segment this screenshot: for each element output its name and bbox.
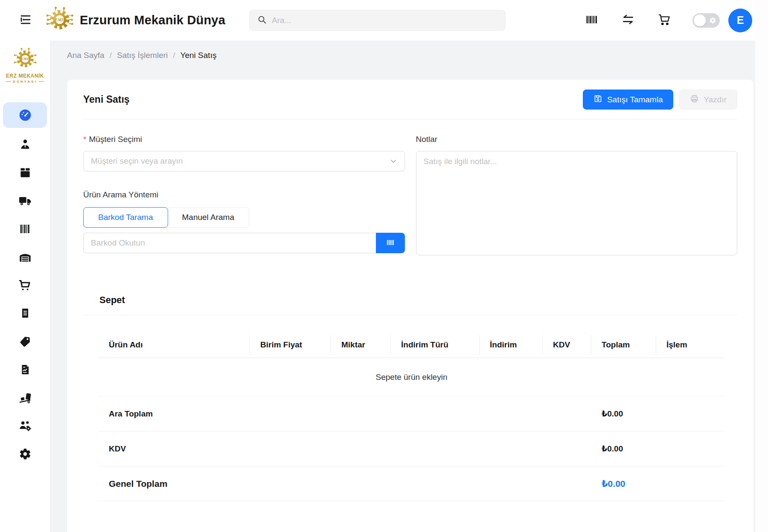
- cart-button[interactable]: [658, 13, 671, 28]
- sidebar-item-pricing[interactable]: [0, 327, 50, 356]
- breadcrumb-sales[interactable]: Satış İşlemleri: [117, 51, 168, 60]
- cart-icon: [18, 279, 32, 292]
- toggle-knob: [694, 14, 706, 26]
- vat-row: KDV ₺0.00: [99, 431, 724, 466]
- print-button[interactable]: Yazdır: [679, 90, 737, 110]
- sidebar-logo-text: ERZ MEKANİK: [6, 73, 44, 79]
- sidebar-item-dashboard[interactable]: [3, 102, 47, 128]
- global-search[interactable]: [249, 10, 506, 31]
- customer-label-text: Müşteri Seçimi: [89, 135, 142, 144]
- subtotal-value: ₺0.00: [591, 409, 656, 419]
- top-actions: E: [562, 9, 752, 32]
- breadcrumb-separator: /: [110, 51, 112, 60]
- notes-label-text: Notlar: [416, 135, 438, 144]
- col-header-quantity: Miktar: [331, 340, 391, 350]
- sidebar-logo: EMD ERZ MEKANİK DÜNYASI: [6, 47, 44, 84]
- barcode-scan-submit-button[interactable]: [376, 233, 405, 253]
- form-left-column: * Müşteri Seçimi Müşteri seçin veya aray…: [83, 135, 405, 257]
- complete-sale-label: Satışı Tamamla: [607, 95, 663, 104]
- search-input[interactable]: [272, 16, 497, 25]
- cart-section-title: Sepet: [83, 295, 737, 306]
- col-header-discount: İndirim: [480, 340, 543, 350]
- sidebar-item-shipments[interactable]: [0, 384, 50, 412]
- sidebar-item-invoices[interactable]: [0, 299, 50, 327]
- sidebar-item-warehouse[interactable]: [0, 243, 50, 271]
- cart-icon: [658, 13, 671, 28]
- menu-fold-icon: [19, 13, 32, 27]
- print-label: Yazdır: [704, 95, 727, 104]
- customer-field-label: * Müşteri Seçimi: [83, 135, 405, 144]
- complete-sale-button[interactable]: Satışı Tamamla: [583, 90, 674, 110]
- user-avatar[interactable]: E: [728, 9, 752, 32]
- breadcrumb-home[interactable]: Ana Sayfa: [67, 51, 105, 60]
- swap-transactions-button[interactable]: [621, 13, 635, 28]
- tab-barcode-scan[interactable]: Barkod Tarama: [83, 207, 168, 228]
- sidebar-item-user-management[interactable]: [0, 412, 50, 440]
- products-box-icon: [19, 166, 32, 179]
- sale-form: * Müşteri Seçimi Müşteri seçin veya aray…: [83, 135, 737, 257]
- sidebar-item-suppliers[interactable]: [0, 187, 50, 215]
- col-header-vat: KDV: [543, 340, 591, 350]
- grand-total-row: Genel Toplam ₺0.00: [99, 466, 724, 501]
- app-window: EMD Erzurum Mekanik Dünya: [0, 0, 768, 532]
- search-icon: [257, 15, 267, 26]
- sidebar-logo-subtext: DÜNYASI: [6, 80, 44, 84]
- svg-text:EMD: EMD: [55, 17, 64, 22]
- col-header-discount-type: İndirim Türü: [391, 340, 480, 350]
- cart-empty-state: Sepete ürün ekleyin: [99, 358, 724, 396]
- grand-total-label: Genel Toplam: [99, 479, 250, 489]
- page-title: Yeni Satış: [83, 94, 130, 105]
- sidebar: EMD ERZ MEKANİK DÜNYASI: [0, 40, 50, 532]
- top-bar: EMD Erzurum Mekanik Dünya: [0, 0, 768, 40]
- sidebar-item-reports[interactable]: [0, 356, 50, 384]
- col-header-total: Toplam: [591, 340, 656, 350]
- sidebar-item-sales[interactable]: [0, 271, 50, 299]
- brand-title: Erzurum Mekanik Dünya: [80, 13, 225, 27]
- scrollbar[interactable]: [755, 0, 768, 532]
- notes-textarea[interactable]: [416, 151, 738, 255]
- search-method-label: Ürün Arama Yöntemi: [83, 190, 405, 200]
- vat-label: KDV: [99, 444, 250, 454]
- barcode-icon: [19, 223, 32, 235]
- report-icon: [19, 364, 31, 376]
- tab-manual-search[interactable]: Manuel Arama: [167, 207, 250, 228]
- cart-table-header-row: Ürün Adı Birim Fiyat Miktar İndirim Türü…: [99, 332, 724, 358]
- card-header-actions: Satışı Tamamla Yazdır: [583, 90, 737, 110]
- menu-fold-button[interactable]: [19, 13, 32, 27]
- barcode-icon: [385, 237, 396, 249]
- main-content: Ana Sayfa / Satış İşlemleri / Yeni Satış…: [50, 40, 768, 532]
- swap-icon: [621, 13, 635, 28]
- customer-select[interactable]: Müşteri seçin veya arayın: [83, 151, 405, 171]
- col-header-unit-price: Birim Fiyat: [250, 340, 331, 350]
- sidebar-item-customers[interactable]: [0, 130, 50, 159]
- delivery-icon: [18, 391, 32, 405]
- sidebar-item-products[interactable]: [0, 159, 50, 187]
- sidebar-logo-gear-icon: EMD: [13, 47, 38, 72]
- brand[interactable]: EMD Erzurum Mekanik Dünya: [46, 6, 225, 35]
- new-sale-card: Yeni Satış Satışı Tamamla Ya: [67, 80, 753, 532]
- sidebar-nav: [0, 102, 50, 468]
- sidebar-item-settings[interactable]: [0, 440, 50, 468]
- col-header-product-name: Ürün Adı: [99, 340, 250, 350]
- subtotal-row: Ara Toplam ₺0.00: [99, 396, 724, 431]
- grand-total-value: ₺0.00: [591, 479, 656, 489]
- price-tag-icon: [19, 335, 32, 348]
- barcode-input[interactable]: [83, 233, 376, 253]
- customer-select-placeholder: Müşteri seçin veya arayın: [91, 156, 183, 166]
- barcode-scan-button[interactable]: [585, 13, 598, 27]
- settings-icon: [19, 448, 32, 460]
- required-asterisk: *: [83, 135, 86, 144]
- chevron-down-icon: [390, 157, 397, 165]
- theme-toggle[interactable]: [692, 13, 720, 28]
- cart-table: Ürün Adı Birim Fiyat Miktar İndirim Türü…: [99, 332, 724, 501]
- truck-icon: [18, 194, 32, 208]
- user-management-icon: [18, 419, 32, 433]
- printer-icon: [690, 94, 699, 105]
- col-header-action: İşlem: [656, 340, 709, 350]
- avatar-initial: E: [737, 14, 744, 26]
- breadcrumb-current: Yeni Satış: [180, 51, 217, 60]
- subtotal-label: Ara Toplam: [99, 409, 250, 419]
- sidebar-item-barcodes[interactable]: [0, 215, 50, 243]
- search-method-tabs: Barkod Tarama Manuel Arama: [83, 207, 405, 228]
- receipt-icon: [19, 307, 31, 319]
